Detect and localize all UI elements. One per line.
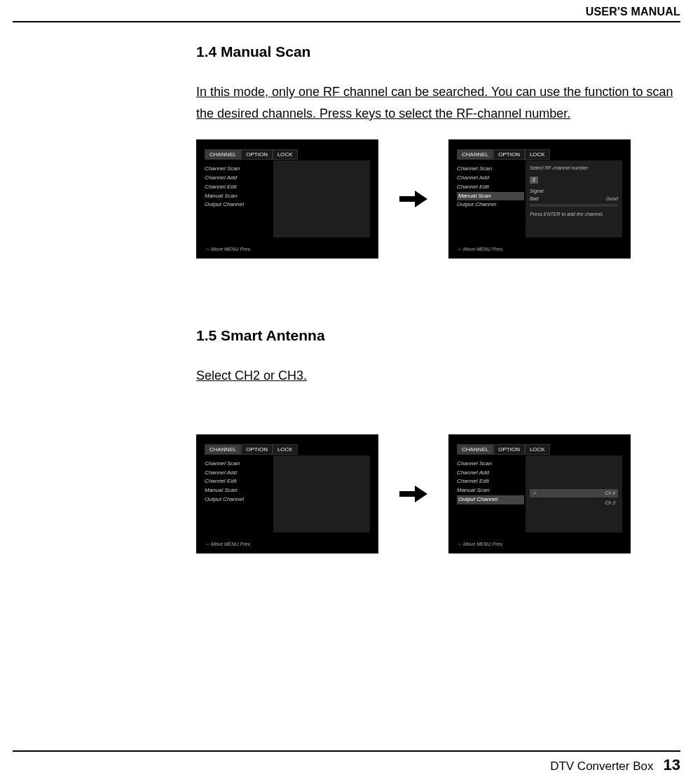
tv-menu-list: Channel Scan Channel Add Channel Edit Ma… — [205, 460, 272, 504]
footer: DTV Converter Box 13 — [550, 756, 680, 774]
tv-tabs: CHANNEL OPTION LOCK — [205, 444, 298, 455]
tv-menu-item: Manual Scan — [457, 486, 524, 495]
tv-tab-option: OPTION — [493, 149, 525, 160]
figure-row-2: CHANNEL OPTION LOCK Channel Scan Channel… — [196, 434, 690, 553]
signal-good: Good — [606, 195, 618, 203]
tv-tab-lock: LOCK — [525, 149, 550, 160]
section-1-body: In this mode, only one RF channel can be… — [196, 81, 690, 124]
arrow-icon — [399, 191, 427, 207]
section-1-heading: 1.4 Manual Scan — [196, 43, 690, 60]
signal-label: Signal — [530, 188, 618, 195]
page-header-title: USER'S MANUAL — [586, 6, 680, 18]
tv-hint: ↔ Move MENU Prev. — [205, 542, 251, 546]
tv-menu-list: Channel Scan Channel Add Channel Edit Ma… — [457, 460, 524, 504]
signal-bad: Bad — [530, 195, 538, 203]
tv-screenshot-antenna-right: CHANNEL OPTION LOCK Channel Scan Channel… — [448, 434, 631, 553]
header-rule — [13, 21, 680, 22]
tv-menu-item: Channel Add — [205, 174, 272, 183]
tv-tab-channel: CHANNEL — [205, 444, 241, 455]
output-option: Ch 3 — [605, 500, 615, 505]
panel-note: Press ENTER to add the channel. — [530, 211, 618, 219]
tv-menu-item: Channel Scan — [205, 165, 272, 174]
tv-right-panel: ✓ Ch 4 Ch 3 — [526, 455, 622, 532]
tv-menu-item: Output Channel — [457, 200, 524, 209]
tv-menu-item: Manual Scan — [205, 486, 272, 495]
rf-channel-value: 2 — [530, 177, 538, 184]
tv-tab-channel: CHANNEL — [457, 444, 493, 455]
footer-product: DTV Converter Box — [550, 759, 653, 773]
tv-menu-item: Channel Scan — [457, 460, 524, 469]
tv-menu-item: Channel Edit — [205, 477, 272, 486]
tv-menu-item: Channel Scan — [205, 460, 272, 469]
tv-tab-channel: CHANNEL — [205, 149, 241, 160]
tv-menu-item-selected: Output Channel — [457, 495, 524, 504]
tv-menu-item: Manual Scan — [205, 192, 272, 201]
tv-right-panel: Select RF-channel number 2 Signal Bad Go… — [526, 160, 622, 238]
tv-menu-item-selected: Manual Scan — [457, 192, 524, 201]
tv-tab-lock: LOCK — [273, 149, 298, 160]
tv-tabs: CHANNEL OPTION LOCK — [457, 149, 550, 160]
tv-right-panel — [273, 455, 370, 532]
tv-tab-lock: LOCK — [273, 444, 298, 455]
output-option: Ch 4 — [605, 490, 615, 497]
tv-menu-list: Channel Scan Channel Add Channel Edit Ma… — [457, 165, 524, 209]
panel-title: Select RF-channel number — [530, 165, 618, 172]
tv-tab-channel: CHANNEL — [457, 149, 493, 160]
tv-right-panel — [273, 160, 370, 238]
tv-screenshot-antenna-left: CHANNEL OPTION LOCK Channel Scan Channel… — [196, 434, 378, 553]
arrow-icon — [399, 486, 427, 502]
footer-rule — [13, 750, 680, 752]
svg-marker-1 — [399, 486, 427, 502]
tv-menu-item: Channel Add — [205, 469, 272, 478]
tv-tab-option: OPTION — [241, 149, 273, 160]
section-2-body: Select CH2 or CH3. — [196, 365, 690, 387]
svg-marker-0 — [399, 191, 427, 207]
tv-menu-item: Channel Edit — [457, 183, 524, 192]
page: USER'S MANUAL 1.4 Manual Scan In this mo… — [0, 0, 693, 784]
tv-menu-item: Channel Edit — [457, 477, 524, 486]
tv-menu-item: Output Channel — [205, 200, 272, 209]
tv-menu-item: Output Channel — [205, 495, 272, 504]
check-icon: ✓ — [533, 490, 537, 497]
tv-menu-list: Channel Scan Channel Add Channel Edit Ma… — [205, 165, 272, 209]
tv-tabs: CHANNEL OPTION LOCK — [205, 149, 298, 160]
tv-tab-option: OPTION — [241, 444, 273, 455]
tv-tab-option: OPTION — [493, 444, 525, 455]
tv-menu-item: Channel Add — [457, 174, 524, 183]
tv-screenshot-manual-left: CHANNEL OPTION LOCK Channel Scan Channel… — [196, 139, 378, 259]
tv-menu-item: Channel Scan — [457, 165, 524, 174]
figure-row-1: CHANNEL OPTION LOCK Channel Scan Channel… — [196, 139, 690, 259]
section-2-heading: 1.5 Smart Antenna — [196, 327, 690, 344]
tv-screenshot-manual-right: CHANNEL OPTION LOCK Channel Scan Channel… — [448, 139, 631, 259]
footer-page-number: 13 — [664, 756, 680, 774]
content-area: 1.4 Manual Scan In this mode, only one R… — [196, 43, 690, 568]
tv-hint: ↔ Move MENU Prev. — [457, 542, 503, 546]
tv-menu-item: Channel Add — [457, 469, 524, 478]
tv-hint: ↔ Move MENU Prev. — [457, 247, 503, 252]
tv-tabs: CHANNEL OPTION LOCK — [457, 444, 550, 455]
tv-tab-lock: LOCK — [525, 444, 550, 455]
tv-menu-item: Channel Edit — [205, 183, 272, 192]
tv-hint: ↔ Move MENU Prev. — [205, 247, 251, 252]
